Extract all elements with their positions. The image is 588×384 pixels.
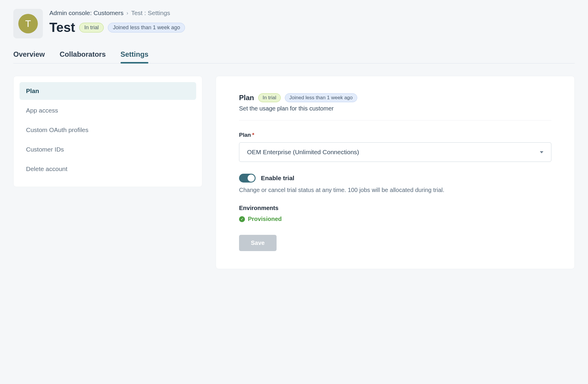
sidebar-item-custom-oauth[interactable]: Custom OAuth profiles xyxy=(20,121,196,139)
breadcrumb-root[interactable]: Admin console: Customers xyxy=(49,9,124,17)
tab-settings[interactable]: Settings xyxy=(121,50,149,63)
tab-collaborators[interactable]: Collaborators xyxy=(60,50,106,63)
tab-overview[interactable]: Overview xyxy=(13,50,45,63)
section-description: Set the usage plan for this customer xyxy=(239,105,551,121)
chevron-right-icon: › xyxy=(126,10,128,16)
settings-sidebar: Plan App access Custom OAuth profiles Cu… xyxy=(13,76,202,187)
environments-label: Environments xyxy=(239,205,551,211)
status-badge-joined: Joined less than 1 week ago xyxy=(108,23,185,32)
sidebar-item-delete-account[interactable]: Delete account xyxy=(20,160,196,178)
breadcrumb: Admin console: Customers › Test : Settin… xyxy=(49,9,185,17)
breadcrumb-current: Test : Settings xyxy=(131,9,170,17)
toggle-knob xyxy=(248,175,255,182)
section-title: Plan xyxy=(239,94,254,102)
check-circle-icon: ✓ xyxy=(239,216,245,222)
save-button[interactable]: Save xyxy=(239,235,277,251)
sidebar-item-app-access[interactable]: App access xyxy=(20,102,196,119)
required-asterisk: * xyxy=(252,132,254,138)
panel-badge-trial: In trial xyxy=(258,93,281,102)
avatar-initial: T xyxy=(18,14,38,33)
page-header: T Admin console: Customers › Test : Sett… xyxy=(13,9,575,38)
enable-trial-label: Enable trial xyxy=(261,175,294,182)
tabs: Overview Collaborators Settings xyxy=(13,50,575,64)
environment-status: ✓ Provisioned xyxy=(239,216,551,222)
plan-select[interactable]: OEM Enterprise (Unlimited Connections) xyxy=(239,142,551,162)
avatar: T xyxy=(13,9,43,38)
enable-trial-toggle[interactable] xyxy=(239,174,256,183)
panel-badge-joined: Joined less than 1 week ago xyxy=(285,93,357,102)
plan-field-label: Plan* xyxy=(239,132,551,138)
environment-status-text: Provisioned xyxy=(248,216,282,222)
sidebar-item-plan[interactable]: Plan xyxy=(20,82,196,100)
plan-select-value: OEM Enterprise (Unlimited Connections) xyxy=(247,149,359,156)
enable-trial-help: Change or cancel trial status at any tim… xyxy=(239,187,551,193)
page-title: Test xyxy=(49,20,75,35)
plan-panel: Plan In trial Joined less than 1 week ag… xyxy=(216,76,575,269)
status-badge-trial: In trial xyxy=(79,23,104,32)
sidebar-item-customer-ids[interactable]: Customer IDs xyxy=(20,141,196,158)
caret-down-icon xyxy=(540,151,543,153)
